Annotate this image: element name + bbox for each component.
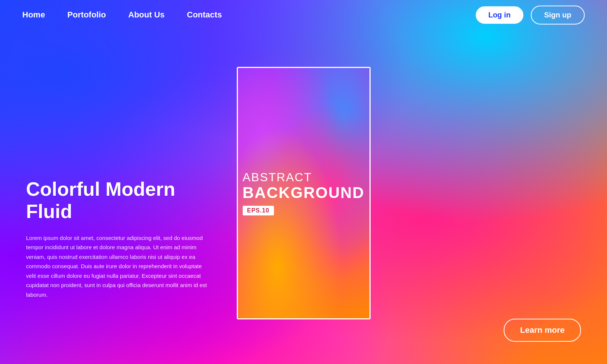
- nav-link-home[interactable]: Home: [22, 10, 45, 19]
- left-content: Colorful Modern Fluid Lorem ipsum dolor …: [26, 45, 219, 299]
- navigation: Home Portofolio About Us Contacts Log in…: [0, 0, 607, 30]
- hero-body-text: Lorem ipsum dolor sit amet, consectetur …: [26, 233, 208, 300]
- nav-link-portfolio[interactable]: Portofolio: [67, 10, 106, 19]
- learn-more-button[interactable]: Learn more: [504, 319, 581, 342]
- card-background-label: BACKGROUND: [243, 184, 365, 201]
- nav-actions: Log in Sign up: [476, 6, 585, 25]
- nav-link-about[interactable]: About Us: [128, 10, 165, 19]
- nav-item-home[interactable]: Home: [22, 10, 45, 20]
- nav-links: Home Portofolio About Us Contacts: [22, 10, 222, 20]
- nav-item-contacts[interactable]: Contacts: [187, 10, 222, 20]
- nav-item-about[interactable]: About Us: [128, 10, 165, 20]
- card-eps-badge: EPS.10: [243, 206, 274, 215]
- card-abstract-label: ABSTRACT: [243, 171, 365, 184]
- signup-button[interactable]: Sign up: [531, 6, 585, 25]
- card-text-block: ABSTRACT BACKGROUND EPS.10: [237, 163, 371, 222]
- center-card: ABSTRACT BACKGROUND EPS.10: [237, 67, 371, 319]
- hero-headline: Colorful Modern Fluid: [26, 178, 219, 223]
- main-content: Colorful Modern Fluid Lorem ipsum dolor …: [0, 30, 607, 364]
- login-button[interactable]: Log in: [476, 6, 523, 24]
- nav-link-contacts[interactable]: Contacts: [187, 10, 222, 19]
- nav-item-portfolio[interactable]: Portofolio: [67, 10, 106, 20]
